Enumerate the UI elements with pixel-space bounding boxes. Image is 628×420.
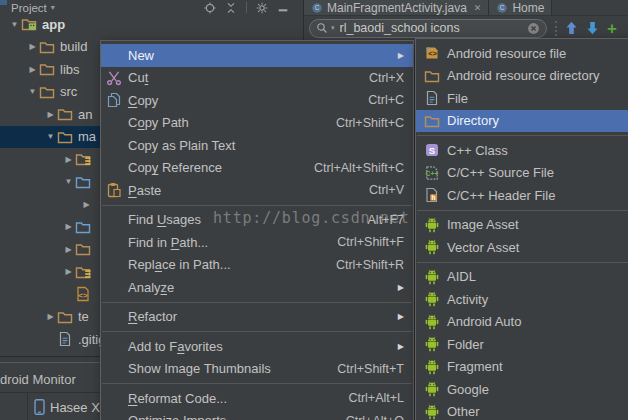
cpp-class-icon: S xyxy=(424,142,440,158)
android-icon xyxy=(424,359,440,375)
class-icon: C xyxy=(311,2,323,14)
menu-item-label: Copy Reference xyxy=(128,160,222,175)
android-icon xyxy=(424,336,440,352)
search-icon xyxy=(316,22,328,34)
svg-text:C++: C++ xyxy=(426,170,439,177)
menu-item-copy-path[interactable]: Copy PathCtrl+Shift+C xyxy=(101,112,413,135)
menu-item-folder[interactable]: Folder xyxy=(416,333,628,356)
menu-item-label: AIDL xyxy=(447,269,476,284)
menu-item-label: Android resource file xyxy=(447,46,566,61)
editor-tab-mainfragmentactivity-java[interactable]: CMainFragmentActivity.java✕ xyxy=(304,0,489,15)
menu-item-android-auto[interactable]: Android Auto xyxy=(416,311,628,334)
menu-item-find-usages[interactable]: Find UsagesAlt+F7 xyxy=(101,209,413,232)
project-panel-title[interactable]: Project xyxy=(11,2,47,14)
menu-item-android-resource-file[interactable]: <>Android resource file xyxy=(416,42,628,65)
menu-item-paste[interactable]: PasteCtrl+V xyxy=(101,179,413,202)
blank-icon xyxy=(106,257,122,273)
menu-item-fragment[interactable]: Fragment xyxy=(416,356,628,379)
previous-occurrence-button[interactable] xyxy=(565,21,578,35)
menu-item-c-c-source-file[interactable]: C++C/C++ Source File xyxy=(416,162,628,185)
android-monitor-title: Android Monitor xyxy=(0,372,76,387)
menu-item-show-image-thumbnails[interactable]: Show Image ThumbnailsCtrl+Shift+T xyxy=(101,358,413,381)
menu-item-google[interactable]: Google xyxy=(416,378,628,401)
menu-item-label: Activity xyxy=(447,292,488,307)
menu-item-find-in-path[interactable]: Find in Path...Ctrl+Shift+F xyxy=(101,231,413,254)
tree-collapsed-arrow-icon[interactable]: ▶ xyxy=(44,110,57,119)
next-occurrence-button[interactable] xyxy=(586,21,599,35)
menu-item-copy[interactable]: CopyCtrl+C xyxy=(101,89,413,112)
tree-expanded-arrow-icon[interactable]: ▼ xyxy=(62,177,75,186)
hide-panel-icon[interactable] xyxy=(277,2,289,14)
search-history-caret-icon[interactable]: ▾ xyxy=(331,24,335,32)
project-panel-toolbar xyxy=(204,2,303,14)
menu-item-android-resource-directory[interactable]: Android resource directory xyxy=(416,65,628,88)
blank-icon xyxy=(106,279,122,295)
menu-item-copy-as-plain-text[interactable]: Copy as Plain Text xyxy=(101,134,413,157)
menu-item-label: Add to Favorites xyxy=(128,339,223,354)
menu-item-add-to-favorites[interactable]: Add to Favorites▶ xyxy=(101,335,413,358)
tree-item-app[interactable]: ▼app xyxy=(0,13,302,36)
menu-item-optimize-imports[interactable]: Optimize Imports...Ctrl+Alt+O xyxy=(101,410,413,420)
menu-item-analyze[interactable]: Analyze▶ xyxy=(101,276,413,299)
tree-item-label: an xyxy=(78,107,92,122)
menu-item-label: Replace in Path... xyxy=(128,257,231,272)
tree-collapsed-arrow-icon[interactable]: ▶ xyxy=(44,312,57,321)
menu-item-label: New xyxy=(128,48,154,63)
tree-collapsed-arrow-icon[interactable]: ▶ xyxy=(62,155,75,164)
menu-item-file[interactable]: File xyxy=(416,87,628,110)
tree-collapsed-arrow-icon[interactable]: ▶ xyxy=(26,42,39,51)
menu-item-cut[interactable]: CutCtrl+X xyxy=(101,67,413,90)
menu-item-replace-in-path[interactable]: Replace in Path...Ctrl+Shift+R xyxy=(101,254,413,277)
menu-item-label: Directory xyxy=(447,113,499,128)
menu-item-label: File xyxy=(447,91,468,106)
menu-item-aidl[interactable]: AIDL xyxy=(416,266,628,289)
tree-expanded-arrow-icon[interactable]: ▼ xyxy=(26,87,39,96)
collapse-all-icon[interactable] xyxy=(225,2,237,14)
menu-item-activity[interactable]: Activity xyxy=(416,288,628,311)
tree-collapsed-arrow-icon[interactable]: ▶ xyxy=(26,65,39,74)
tree-expanded-arrow-icon[interactable]: ▼ xyxy=(44,132,57,141)
menu-item-refactor[interactable]: Refactor▶ xyxy=(101,306,413,329)
folder-icon xyxy=(57,129,73,145)
menu-item-label: Optimize Imports... xyxy=(128,413,237,420)
submenu-arrow-icon: ▶ xyxy=(398,283,404,292)
menu-item-label: Find Usages xyxy=(128,212,201,227)
menu-item-other[interactable]: Other xyxy=(416,401,628,420)
tree-collapsed-arrow-icon[interactable]: ▶ xyxy=(62,245,75,254)
copy-icon xyxy=(106,92,122,108)
editor-tab-home[interactable]: CHome xyxy=(489,0,552,15)
svg-text:<>: <> xyxy=(78,291,88,300)
tree-collapsed-arrow-icon[interactable]: ▶ xyxy=(62,267,75,276)
svg-text:C: C xyxy=(500,4,505,11)
menu-item-label: Google xyxy=(447,382,489,397)
folder-icon xyxy=(57,106,73,122)
editor-tab-bar: CMainFragmentActivity.java✕CHome xyxy=(304,0,628,16)
menu-item-label: Show Image Thumbnails xyxy=(128,361,271,376)
menu-item-vector-asset[interactable]: Vector Asset xyxy=(416,236,628,259)
menu-separator xyxy=(416,259,628,266)
tree-expanded-arrow-icon[interactable]: ▼ xyxy=(8,20,21,29)
menu-item-image-asset[interactable]: Image Asset xyxy=(416,214,628,237)
close-tab-icon[interactable]: ✕ xyxy=(474,3,482,13)
tab-label: Home xyxy=(512,1,544,15)
menu-item-c-c-header-file[interactable]: hC/C++ Header File xyxy=(416,184,628,207)
phone-device-icon xyxy=(34,399,45,415)
tree-collapsed-arrow-icon[interactable]: ▶ xyxy=(80,200,93,209)
menu-item-directory[interactable]: Directory xyxy=(416,110,628,133)
menu-item-copy-reference[interactable]: Copy ReferenceCtrl+Alt+Shift+C xyxy=(101,157,413,180)
menu-item-label: Copy xyxy=(128,93,158,108)
locate-icon[interactable] xyxy=(204,2,216,14)
blank-icon xyxy=(106,115,122,131)
add-filter-button[interactable]: + xyxy=(607,21,617,35)
tree-collapsed-arrow-icon[interactable]: ▶ xyxy=(62,222,75,231)
settings-gear-icon[interactable] xyxy=(256,2,268,14)
search-input[interactable]: ▾ rl_baodi_school icons xyxy=(309,19,547,38)
clear-search-icon[interactable] xyxy=(527,22,540,35)
menu-item-reformat-code[interactable]: Reformat Code...Ctrl+Alt+L xyxy=(101,387,413,410)
search-query-text: rl_baodi_school icons xyxy=(340,21,524,35)
file-icon xyxy=(57,331,73,347)
menu-item-label: Reformat Code... xyxy=(128,391,227,406)
menu-item-new[interactable]: New▶ xyxy=(101,44,413,67)
menu-item-c-class[interactable]: SC++ Class xyxy=(416,139,628,162)
menu-item-label: Fragment xyxy=(447,359,503,374)
